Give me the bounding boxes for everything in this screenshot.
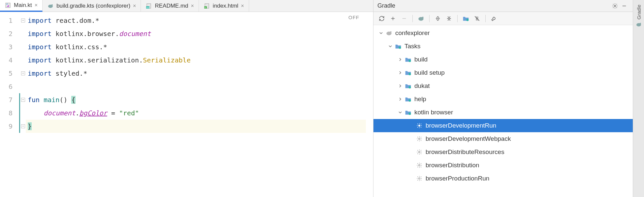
- tab-readme[interactable]: MD README.md ×: [141, 0, 199, 12]
- gear-icon: [416, 148, 423, 156]
- close-icon[interactable]: ×: [191, 3, 194, 9]
- add-icon[interactable]: [388, 14, 398, 23]
- chevron-right-icon[interactable]: [397, 70, 403, 76]
- chevron-down-icon[interactable]: [387, 43, 393, 49]
- gradle-panel: Gradle c: [373, 0, 633, 197]
- fold-toggle-icon[interactable]: −: [21, 98, 25, 102]
- remove-icon[interactable]: [399, 14, 409, 23]
- gradle-toolbar: [373, 12, 633, 25]
- chevron-right-icon[interactable]: [397, 96, 403, 102]
- svg-point-22: [399, 47, 401, 49]
- gradle-elephant-icon[interactable]: [416, 14, 426, 23]
- tree-node-label: browserDevelopmentWebpack: [426, 135, 511, 142]
- inspection-badge[interactable]: OFF: [348, 15, 359, 20]
- tool-window-stripe: Gradle: [633, 0, 644, 197]
- tree-node-label: build setup: [414, 69, 445, 76]
- svg-point-30: [419, 151, 420, 153]
- fold-toggle-icon[interactable]: −: [21, 124, 25, 128]
- expand-all-icon[interactable]: [433, 14, 443, 23]
- tab-index-html[interactable]: H index.html ×: [199, 0, 249, 12]
- wrench-icon[interactable]: [489, 14, 499, 23]
- gradle-task-tree[interactable]: confexplorer Tasks build build setup du: [373, 25, 633, 197]
- tree-task-node[interactable]: browserDistributeResources: [373, 145, 633, 159]
- tree-node-label: kotlin browser: [414, 109, 453, 116]
- close-icon[interactable]: ×: [241, 3, 244, 9]
- tree-tasks-node[interactable]: Tasks: [373, 40, 633, 53]
- tree-node-label: browserDistributeResources: [426, 148, 504, 156]
- tree-node-label: browserDistribution: [426, 162, 479, 169]
- svg-point-21: [390, 31, 391, 32]
- tab-build-gradle[interactable]: build.gradle.kts (confexplorer) ×: [43, 0, 141, 12]
- tree-node-label: confexplorer: [395, 29, 430, 37]
- tree-task-node[interactable]: browserDistribution: [373, 159, 633, 172]
- chevron-right-icon[interactable]: [397, 57, 403, 62]
- gear-icon[interactable]: [610, 1, 620, 11]
- fold-gutter: − − − −: [20, 12, 26, 197]
- tree-node-label: Tasks: [404, 43, 421, 50]
- tree-task-node[interactable]: browserDevelopmentWebpack: [373, 132, 633, 145]
- svg-text:MD: MD: [146, 7, 150, 9]
- gradle-tool-button[interactable]: Gradle: [635, 3, 642, 29]
- svg-point-2: [51, 4, 53, 6]
- gear-icon: [416, 175, 423, 182]
- tab-label: README.md: [155, 3, 188, 9]
- editor-pane: Main.kt × build.gradle.kts (confexplorer…: [0, 0, 373, 197]
- gradle-elephant-icon: [385, 29, 393, 37]
- tree-node-label: browserProductionRun: [426, 175, 489, 182]
- code-area[interactable]: OFF import react.dom.* import kotlinx.br…: [26, 12, 366, 197]
- chevron-down-icon[interactable]: [378, 30, 384, 36]
- tree-node-label: browserDevelopmentRun: [426, 122, 496, 129]
- gear-icon: [416, 122, 423, 129]
- tab-label: build.gradle.kts (confexplorer): [56, 3, 130, 9]
- tree-task-node[interactable]: browserProductionRun: [373, 172, 633, 185]
- tree-node-label: build: [414, 56, 428, 63]
- svg-point-9: [614, 5, 616, 7]
- gear-icon: [416, 135, 423, 142]
- close-icon[interactable]: ×: [35, 2, 38, 8]
- svg-point-23: [409, 60, 411, 62]
- tree-group-node[interactable]: help: [373, 93, 633, 106]
- close-icon[interactable]: ×: [133, 3, 136, 9]
- tab-main-kt[interactable]: Main.kt ×: [0, 0, 43, 12]
- tree-node-label: help: [414, 96, 426, 103]
- svg-point-27: [409, 113, 411, 115]
- svg-point-28: [419, 125, 420, 127]
- svg-point-24: [409, 73, 411, 75]
- chevron-right-icon[interactable]: [397, 83, 403, 89]
- tree-group-node[interactable]: build setup: [373, 66, 633, 79]
- tree-node-label: dukat: [414, 82, 430, 90]
- folder-gear-icon: [404, 96, 412, 103]
- code-editor[interactable]: 1 2 3 4 5 6 7 8 9 − − − −: [0, 12, 373, 197]
- minimize-icon[interactable]: [620, 1, 629, 11]
- svg-point-32: [419, 178, 420, 179]
- tree-task-node[interactable]: browserDevelopmentRun: [373, 119, 633, 132]
- editor-tab-bar: Main.kt × build.gradle.kts (confexplorer…: [0, 0, 373, 12]
- chevron-down-icon[interactable]: [397, 109, 403, 115]
- tree-group-kotlin-browser[interactable]: kotlin browser: [373, 106, 633, 119]
- gear-icon: [416, 162, 423, 169]
- folder-gear-icon: [404, 82, 412, 90]
- markdown-file-icon: MD: [145, 3, 152, 9]
- html-file-icon: H: [204, 3, 210, 9]
- tab-label: Main.kt: [14, 2, 32, 9]
- collapse-all-icon[interactable]: [444, 14, 454, 23]
- folder-gear-icon[interactable]: [461, 14, 471, 23]
- tree-project-root[interactable]: confexplorer: [373, 26, 633, 40]
- svg-text:H: H: [205, 7, 206, 9]
- svg-point-25: [409, 86, 411, 89]
- tab-label: index.html: [213, 3, 238, 9]
- gradle-panel-header: Gradle: [373, 0, 633, 12]
- gradle-elephant-icon: [47, 3, 54, 9]
- tree-group-node[interactable]: dukat: [373, 79, 633, 93]
- fold-toggle-icon[interactable]: −: [21, 71, 25, 75]
- svg-point-31: [419, 165, 420, 166]
- tree-group-node[interactable]: build: [373, 53, 633, 66]
- svg-point-29: [419, 138, 420, 140]
- folder-gear-icon: [404, 69, 412, 76]
- folder-gear-icon: [404, 56, 412, 63]
- fold-toggle-icon[interactable]: −: [21, 19, 25, 22]
- folder-gear-icon: [395, 43, 402, 50]
- offline-icon[interactable]: [472, 14, 482, 23]
- refresh-icon[interactable]: [377, 14, 387, 23]
- svg-point-16: [467, 19, 469, 21]
